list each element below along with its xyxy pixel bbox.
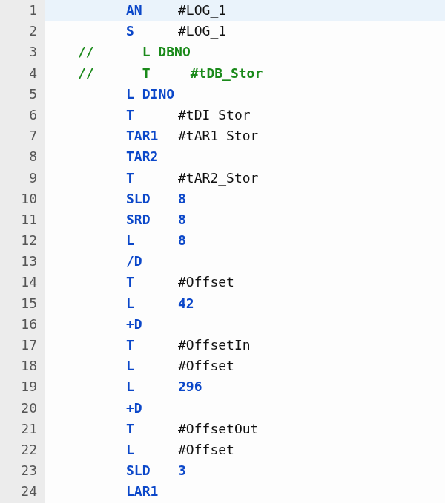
code-editor: 123456789101112131415161718192021222324 …	[0, 0, 445, 503]
line-number: 4	[0, 63, 44, 84]
line-number: 3	[0, 42, 44, 62]
code-line[interactable]: AN#LOG_1	[45, 0, 445, 21]
indent	[45, 230, 78, 251]
indent-text	[78, 335, 126, 356]
operand: #tDI_Stor	[178, 107, 251, 122]
indent-text	[78, 356, 126, 376]
instruction: L	[126, 232, 134, 248]
operand-cell: 42	[178, 293, 194, 314]
indent-text	[78, 376, 126, 397]
operand: #Offset	[178, 358, 234, 373]
operand-cell: #Offset	[178, 356, 234, 376]
instruction: LAR1	[126, 483, 158, 499]
code-line[interactable]: L296	[45, 376, 445, 397]
code-line[interactable]: S#LOG_1	[45, 21, 445, 42]
indent-text	[78, 481, 126, 502]
indent	[45, 63, 78, 84]
code-line[interactable]: T#Offset	[45, 272, 445, 292]
operand-cell: #tDI_Stor	[178, 105, 251, 125]
line-number: 19	[0, 376, 44, 397]
instr-cell: TAR1	[126, 125, 178, 146]
indent-text	[78, 293, 126, 314]
code-line[interactable]: TAR2	[45, 146, 445, 167]
line-number: 8	[0, 146, 44, 167]
operand-cell: #OffsetOut	[178, 419, 258, 439]
indent	[45, 84, 78, 105]
instr-cell: SLD	[126, 460, 178, 481]
instr-cell: LAR1	[126, 481, 178, 502]
operand-number: 296	[178, 379, 202, 394]
instruction: S	[126, 23, 134, 39]
indent-text	[78, 209, 126, 230]
code-line[interactable]: T#tAR2_Stor	[45, 168, 445, 189]
line-number: 24	[0, 481, 44, 502]
operand: #OffsetIn	[178, 337, 251, 353]
operand-cell: 296	[178, 376, 202, 397]
code-line[interactable]: // T #tDB_Stor	[45, 63, 445, 84]
line-number: 22	[0, 439, 44, 460]
indent-text	[78, 125, 126, 146]
indent-text	[78, 168, 126, 189]
instruction: L	[126, 358, 134, 373]
instruction: T	[126, 274, 134, 289]
line-number: 13	[0, 251, 44, 272]
code-line[interactable]: L#Offset	[45, 356, 445, 376]
code-line[interactable]: SLD8	[45, 189, 445, 209]
code-line[interactable]: L42	[45, 293, 445, 314]
code-line[interactable]: +D	[45, 398, 445, 419]
code-line[interactable]: T#tDI_Stor	[45, 105, 445, 125]
operand: #LOG_1	[178, 23, 226, 39]
operand-cell: 8	[178, 230, 186, 251]
code-line[interactable]: SLD3	[45, 460, 445, 481]
code-line[interactable]: L#Offset	[45, 439, 445, 460]
comment-text: // L DBNO	[78, 42, 191, 62]
indent	[45, 125, 78, 146]
instruction: L	[126, 295, 134, 311]
indent	[45, 419, 78, 439]
line-number: 17	[0, 335, 44, 356]
indent-text	[78, 419, 126, 439]
operand-number: 3	[178, 462, 186, 478]
line-number: 15	[0, 293, 44, 314]
indent-text	[78, 189, 126, 209]
code-line[interactable]: SRD8	[45, 209, 445, 230]
code-line[interactable]: L8	[45, 230, 445, 251]
indent-text	[78, 21, 126, 42]
comment-text: // T #tDB_Stor	[78, 63, 263, 84]
code-line[interactable]: T#OffsetOut	[45, 419, 445, 439]
instruction: T	[126, 421, 134, 436]
indent	[45, 42, 78, 62]
instr-cell: +D	[126, 398, 178, 419]
line-number: 23	[0, 460, 44, 481]
instruction: TAR2	[126, 148, 158, 164]
code-line[interactable]: +D	[45, 314, 445, 335]
instruction: SLD	[126, 191, 151, 206]
indent-text	[78, 105, 126, 125]
line-number: 18	[0, 356, 44, 376]
line-number: 20	[0, 398, 44, 419]
code-line[interactable]: TAR1#tAR1_Stor	[45, 125, 445, 146]
indent-text	[78, 398, 126, 419]
indent-text	[78, 146, 126, 167]
instruction: T	[126, 107, 134, 122]
instr-cell: S	[126, 21, 178, 42]
line-number: 16	[0, 314, 44, 335]
instruction: SRD	[126, 212, 151, 227]
code-line[interactable]: L DINO	[45, 84, 445, 105]
code-line[interactable]: T#OffsetIn	[45, 335, 445, 356]
instr-cell: T	[126, 168, 178, 189]
indent	[45, 314, 78, 335]
indent	[45, 335, 78, 356]
line-number: 2	[0, 21, 44, 42]
indent	[45, 209, 78, 230]
line-number: 11	[0, 209, 44, 230]
code-line[interactable]: LAR1	[45, 481, 445, 502]
indent	[45, 481, 78, 502]
code-pane[interactable]: AN#LOG_1 S#LOG_1// L DBNO// T #tDB_Stor …	[45, 0, 445, 503]
code-line[interactable]: // L DBNO	[45, 42, 445, 62]
indent	[45, 376, 78, 397]
instr-cell: L	[126, 230, 178, 251]
operand: #Offset	[178, 274, 234, 289]
instruction: L	[126, 379, 134, 394]
code-line[interactable]: /D	[45, 251, 445, 272]
